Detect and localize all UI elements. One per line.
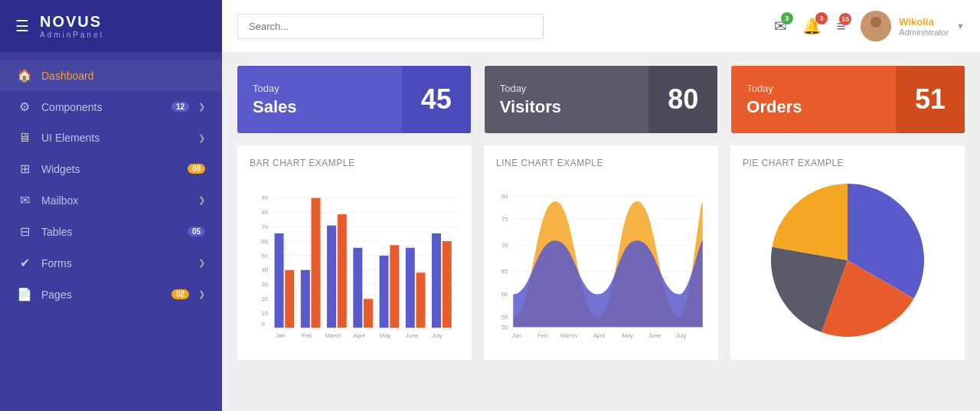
bell-notification[interactable]: 🔔 3 xyxy=(802,17,822,35)
svg-rect-26 xyxy=(311,198,320,328)
sidebar-label-mailbox: Mailbox xyxy=(41,194,189,207)
chevron-right-icon-2: ❯ xyxy=(198,133,205,143)
svg-text:50: 50 xyxy=(501,324,508,331)
sidebar-item-forms[interactable]: ✔ Forms ❯ xyxy=(0,247,222,279)
chevron-right-icon-5: ❯ xyxy=(198,289,205,299)
line-chart-svg: 80 75 70 65 60 55 50 xyxy=(496,176,706,344)
tables-icon: ⊟ xyxy=(17,224,32,239)
forms-icon: ✔ xyxy=(17,256,32,270)
svg-text:30: 30 xyxy=(261,281,268,288)
user-chevron-icon: ▼ xyxy=(956,21,965,31)
pie-chart-card: PIE CHART EXAMPLE xyxy=(730,145,965,360)
user-role: Administrator xyxy=(899,28,949,37)
chevron-right-icon-4: ❯ xyxy=(198,258,205,268)
stat-card-visitors-left: Today Visitors xyxy=(485,66,649,133)
sidebar-item-pages[interactable]: 📄 Pages 02 ❯ xyxy=(0,279,222,310)
sidebar-item-dashboard[interactable]: 🏠 Dashboard xyxy=(0,60,222,91)
sales-label: Sales xyxy=(253,97,387,117)
svg-text:80: 80 xyxy=(261,209,268,216)
stat-card-orders: Today Orders 51 xyxy=(731,66,965,133)
svg-text:June: June xyxy=(406,332,419,339)
visitors-today-label: Today xyxy=(500,83,634,94)
topbar-right: ✉ 3 🔔 3 ≡ 15 Wikoli xyxy=(774,11,965,41)
home-icon: 🏠 xyxy=(17,68,32,83)
chevron-right-icon-3: ❯ xyxy=(198,195,205,205)
svg-text:Jan: Jan xyxy=(512,332,521,339)
sidebar-item-mailbox[interactable]: ✉ Mailbox ❯ xyxy=(0,184,222,216)
gear-icon: ⚙ xyxy=(17,99,32,114)
svg-text:40: 40 xyxy=(261,266,268,273)
svg-point-1 xyxy=(871,17,881,28)
sidebar-item-widgets[interactable]: ⊞ Widgets 08 xyxy=(0,153,222,184)
email-badge: 3 xyxy=(781,12,793,24)
svg-text:April: April xyxy=(353,332,365,339)
pie-chart-svg xyxy=(771,184,924,337)
logo: NOVUS AdminPanel xyxy=(40,13,104,39)
svg-text:March: March xyxy=(325,332,341,339)
svg-text:May: May xyxy=(622,332,633,339)
sidebar-item-components[interactable]: ⚙ Components 12 ❯ xyxy=(0,91,222,122)
svg-text:10: 10 xyxy=(261,310,268,317)
tables-badge: 05 xyxy=(188,227,205,236)
sidebar-label-dashboard: Dashboard xyxy=(41,70,205,82)
bell-badge: 3 xyxy=(815,12,828,24)
sidebar-label-forms: Forms xyxy=(41,257,189,269)
widgets-badge: 08 xyxy=(188,164,205,174)
svg-rect-23 xyxy=(275,233,284,328)
svg-text:20: 20 xyxy=(261,295,268,302)
svg-text:0: 0 xyxy=(261,321,264,328)
chevron-right-icon: ❯ xyxy=(198,102,205,112)
svg-rect-24 xyxy=(285,270,294,328)
avatar xyxy=(861,11,891,41)
svg-rect-33 xyxy=(406,248,415,328)
user-name: Wikolia xyxy=(899,16,949,28)
search-box[interactable] xyxy=(237,14,544,39)
orders-today-label: Today xyxy=(746,83,880,94)
sales-value: 45 xyxy=(402,66,471,133)
pie-chart-title: PIE CHART EXAMPLE xyxy=(743,158,952,168)
pages-icon: 📄 xyxy=(17,287,32,302)
svg-text:75: 75 xyxy=(501,216,508,223)
sidebar-label-tables: Tables xyxy=(41,226,178,238)
svg-text:80: 80 xyxy=(501,193,508,200)
stat-card-sales-left: Today Sales xyxy=(237,66,402,133)
bar-chart-title: BAR CHART EXAMPLE xyxy=(250,158,459,168)
svg-rect-31 xyxy=(380,256,389,328)
components-badge: 12 xyxy=(172,102,189,112)
svg-text:50: 50 xyxy=(261,253,268,259)
search-input[interactable] xyxy=(237,14,544,39)
svg-text:65: 65 xyxy=(501,268,508,275)
list-notification[interactable]: ≡ 15 xyxy=(837,18,846,35)
sidebar-item-ui-elements[interactable]: 🖥 UI Elements ❯ xyxy=(0,122,222,153)
pie-chart-container xyxy=(743,176,952,344)
line-chart-container: 80 75 70 65 60 55 50 xyxy=(496,176,706,347)
stats-row: Today Sales 45 Today Visitors 80 Today O… xyxy=(237,66,965,133)
bar-chart-card: BAR CHART EXAMPLE 90 80 70 60 50 40 30 2… xyxy=(237,145,472,360)
orders-label: Orders xyxy=(746,97,880,117)
sidebar-label-pages: Pages xyxy=(41,289,162,301)
svg-text:March: March xyxy=(560,332,577,339)
sidebar-item-tables[interactable]: ⊟ Tables 05 xyxy=(0,216,222,247)
svg-text:70: 70 xyxy=(501,242,508,249)
svg-text:60: 60 xyxy=(261,238,268,245)
svg-text:July: July xyxy=(432,332,443,339)
svg-text:July: July xyxy=(676,332,687,339)
svg-text:May: May xyxy=(380,332,391,339)
sidebar: ☰ NOVUS AdminPanel 🏠 Dashboard ⚙ Compone… xyxy=(0,0,222,411)
user-menu[interactable]: Wikolia Administrator ▼ xyxy=(861,11,965,41)
svg-rect-32 xyxy=(390,245,399,328)
email-notification[interactable]: ✉ 3 xyxy=(774,17,787,35)
svg-rect-28 xyxy=(338,214,347,328)
svg-text:Feb: Feb xyxy=(537,332,547,339)
svg-rect-29 xyxy=(353,248,362,328)
logo-subtitle: AdminPanel xyxy=(40,31,104,39)
svg-text:55: 55 xyxy=(501,314,508,321)
sidebar-nav: 🏠 Dashboard ⚙ Components 12 ❯ 🖥 UI Eleme… xyxy=(0,52,222,411)
hamburger-icon[interactable]: ☰ xyxy=(15,17,29,35)
svg-text:60: 60 xyxy=(501,291,508,298)
stat-card-sales: Today Sales 45 xyxy=(237,66,471,133)
widgets-icon: ⊞ xyxy=(17,161,32,176)
orders-value: 51 xyxy=(896,66,965,133)
svg-text:Feb: Feb xyxy=(302,332,312,339)
svg-rect-35 xyxy=(432,233,441,328)
